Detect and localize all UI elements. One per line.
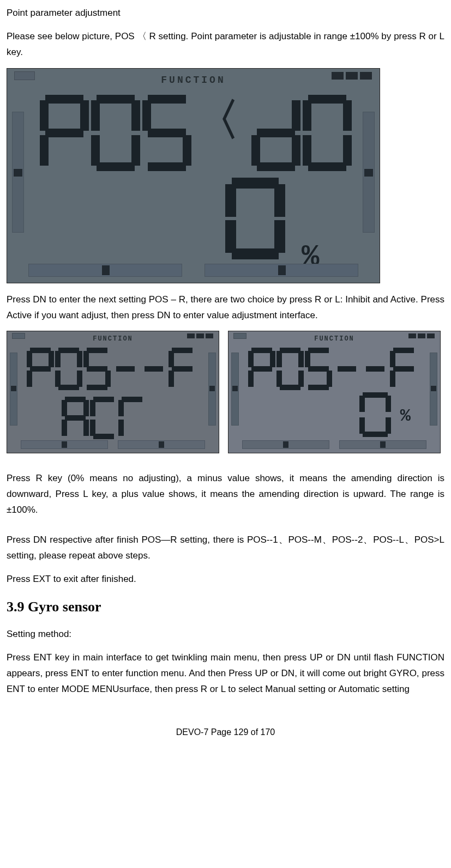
trim-bar-right xyxy=(363,112,374,232)
lcd-value-zero xyxy=(225,178,287,265)
percent-icon: % xyxy=(400,402,411,431)
mid-paragraph: Press DN to enter the next setting POS –… xyxy=(7,292,444,324)
lcd-line1-right xyxy=(251,95,354,171)
lcd-function-label: FUNCTION xyxy=(161,72,225,89)
lcd-function-label: FUNCTION xyxy=(314,333,354,344)
section-title: Point parameter adjustment xyxy=(7,5,444,21)
lcd-line1-left xyxy=(40,95,194,171)
lcd-function-label: FUNCTION xyxy=(93,333,133,344)
direction-paragraph: Press R key (0% means no adjusting), a m… xyxy=(7,471,444,518)
lcd-line1 xyxy=(27,348,197,390)
lcd-panel-large: FUNCTION 〈 % xyxy=(7,68,380,283)
separator-icon: 〈 xyxy=(196,101,239,145)
lcd-line2 xyxy=(62,397,147,439)
exit-paragraph: Press EXT to exit after finished. xyxy=(7,572,444,587)
lcd-value-zero xyxy=(359,392,392,442)
lcd-line1 xyxy=(248,348,418,390)
lcd-panel-small-left: FUNCTION xyxy=(7,331,219,453)
trim-bar-left xyxy=(13,112,23,232)
lcd-panel-small-right: FUNCTION % xyxy=(228,331,441,453)
gyro-paragraph: Press ENT key in main interface to get t… xyxy=(7,650,444,697)
repeat-paragraph: Press DN respective after finish POS—R s… xyxy=(7,532,444,564)
trim-bar-bottom-right xyxy=(205,264,358,276)
intro-paragraph: Please see below picture, POS 〈 R settin… xyxy=(7,29,444,60)
trim-bar-bottom-left xyxy=(29,264,182,276)
section-heading-gyro: 3.9 Gyro sensor xyxy=(7,595,444,619)
setting-method-label: Setting method: xyxy=(7,627,444,642)
page-footer: DEVO-7 Page 129 of 170 xyxy=(7,725,444,739)
